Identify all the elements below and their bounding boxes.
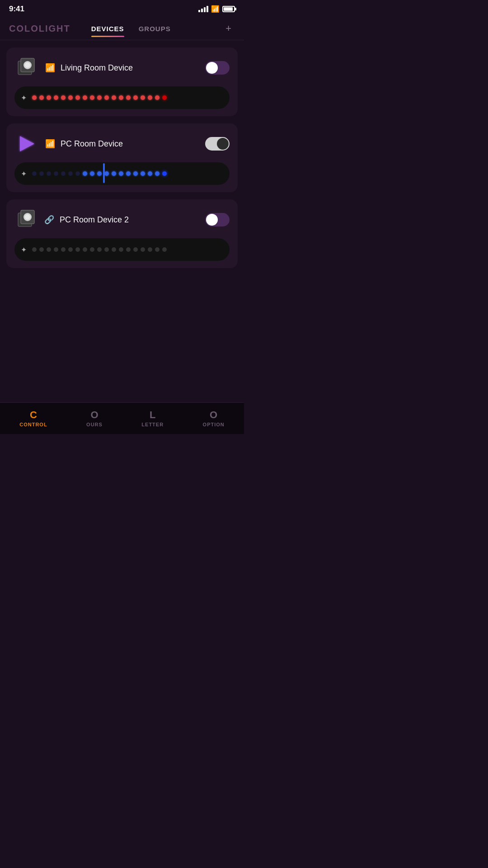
led-dots-pc-room [32, 171, 223, 176]
brightness-slider-pc-room-2[interactable]: ✦ [14, 238, 230, 261]
brightness-slider-living-room[interactable]: ✦ [14, 86, 230, 109]
link-icon-pc-room-2: 🔗 [44, 215, 54, 225]
brightness-icon-pc-room-2: ✦ [21, 245, 27, 254]
letter-icon: L [150, 410, 155, 420]
option-icon: O [210, 410, 217, 420]
battery-icon [222, 6, 235, 12]
toggle-pc-room-2[interactable] [205, 213, 230, 226]
control-label: CONTROL [19, 422, 47, 427]
devices-list: 📶 Living Room Device ✦ [0, 40, 244, 394]
toggle-pc-room[interactable] [205, 137, 230, 151]
nav-item-letter[interactable]: L LETTER [134, 406, 171, 431]
device-name-pc-room: PC Room Device [61, 139, 200, 149]
brightness-icon-living-room: ✦ [21, 94, 27, 102]
device-name-living-room: Living Room Device [61, 63, 200, 73]
app-header: COLOLIGHT DEVICES GROUPS + [0, 16, 244, 36]
led-dots-pc-room-2 [32, 247, 223, 252]
wifi-signal-icon-living-room: 📶 [45, 63, 55, 73]
control-icon: C [30, 410, 37, 420]
wifi-status-icon: 📶 [211, 5, 220, 13]
nav-item-control[interactable]: C CONTROL [12, 406, 54, 431]
tab-devices[interactable]: DEVICES [84, 21, 131, 36]
status-icons: 📶 [198, 5, 235, 13]
status-time: 9:41 [9, 5, 24, 14]
nav-tabs: DEVICES GROUPS [84, 21, 213, 36]
nav-item-ours[interactable]: O OURS [79, 406, 110, 431]
led-dots-living-room [32, 95, 223, 100]
bottom-nav: C CONTROL O OURS L LETTER O OPTION [0, 402, 244, 434]
nav-item-option[interactable]: O OPTION [196, 406, 232, 431]
device-icon-pc-room-2 [14, 208, 39, 232]
device-card-pc-room: 📶 PC Room Device ✦ [6, 123, 238, 192]
tab-groups[interactable]: GROUPS [131, 21, 178, 36]
add-button[interactable]: + [222, 21, 235, 36]
app-logo: COLOLIGHT [9, 24, 70, 34]
device-icon-living-room [14, 56, 39, 80]
status-bar: 9:41 📶 [0, 0, 244, 16]
signal-bars-icon [198, 6, 208, 12]
ours-label: OURS [86, 422, 103, 427]
svg-point-3 [25, 62, 30, 68]
brightness-icon-pc-room: ✦ [21, 170, 27, 178]
device-header-pc-room: 📶 PC Room Device [14, 132, 230, 156]
letter-label: LETTER [141, 422, 164, 427]
device-card-living-room: 📶 Living Room Device ✦ [6, 47, 238, 116]
brightness-slider-pc-room[interactable]: ✦ [14, 162, 230, 185]
device-icon-pc-room [14, 132, 39, 156]
option-label: OPTION [203, 422, 225, 427]
device-name-pc-room-2: PC Room Device 2 [60, 215, 200, 225]
device-header-pc-room-2: 🔗 PC Room Device 2 [14, 208, 230, 232]
slider-handle-pc-room [103, 163, 105, 183]
ours-icon: O [90, 410, 98, 420]
wifi-signal-icon-pc-room: 📶 [45, 139, 55, 149]
device-card-pc-room-2: 🔗 PC Room Device 2 ✦ [6, 199, 238, 268]
svg-point-8 [25, 214, 30, 220]
svg-marker-4 [20, 136, 34, 151]
toggle-living-room[interactable] [205, 61, 230, 75]
device-header-living-room: 📶 Living Room Device [14, 56, 230, 80]
